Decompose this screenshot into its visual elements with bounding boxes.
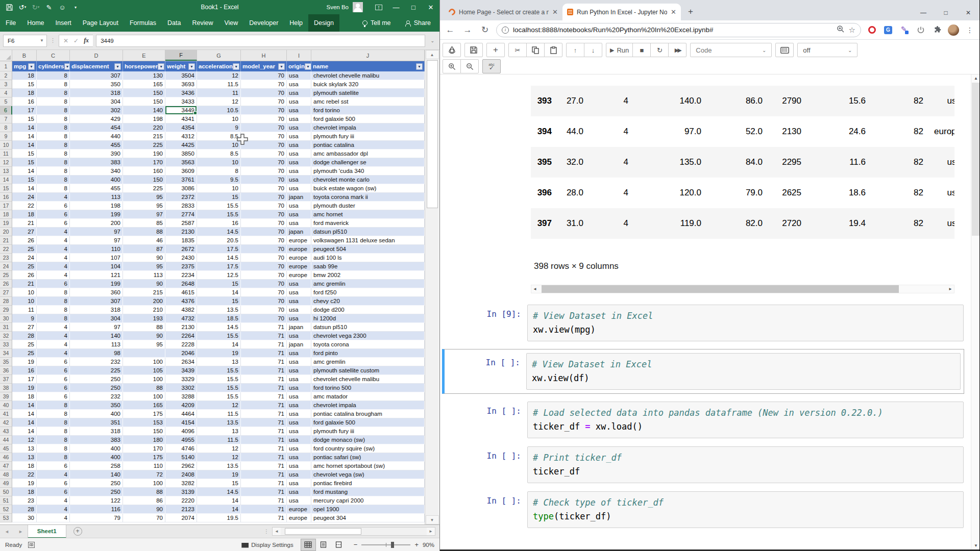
- cell[interactable]: 8: [37, 453, 70, 462]
- cell[interactable]: usa: [287, 158, 311, 167]
- cell[interactable]: chevrolet monte carlo: [311, 176, 425, 184]
- cell[interactable]: toyota corona mark ii: [311, 193, 425, 202]
- cell[interactable]: 90: [123, 280, 165, 288]
- filter-header-weight[interactable]: weight▼: [165, 61, 197, 71]
- filter-header-horsepower[interactable]: horsepower▼: [123, 61, 165, 71]
- filter-dropdown-icon[interactable]: ▼: [233, 63, 239, 70]
- cell[interactable]: 351: [70, 418, 123, 427]
- browser-maximize-button[interactable]: □: [935, 5, 957, 20]
- url-text[interactable]: localhost:8888/notebooks/Run%20Python%20…: [513, 26, 832, 34]
- cell[interactable]: 10: [12, 288, 37, 297]
- cell[interactable]: 97: [70, 228, 123, 236]
- cell[interactable]: 113: [70, 340, 123, 349]
- cell[interactable]: 2234: [165, 271, 197, 280]
- pen-mode-icon[interactable]: ✎: [45, 3, 53, 11]
- cell[interactable]: 4: [37, 271, 70, 280]
- cell[interactable]: 12: [197, 71, 241, 80]
- cell[interactable]: amc matador: [311, 392, 425, 401]
- filter-dropdown-icon[interactable]: ▼: [305, 63, 311, 70]
- cell[interactable]: 6: [37, 384, 70, 392]
- new-tab-button[interactable]: +: [684, 5, 697, 18]
- cell[interactable]: 70: [241, 228, 287, 236]
- cell[interactable]: 2375: [165, 262, 197, 271]
- row-header-26[interactable]: 26: [0, 280, 12, 288]
- sheet-nav-right-icon[interactable]: ►: [14, 529, 28, 534]
- cell[interactable]: 11.5: [197, 410, 241, 418]
- ribbon-tab-review[interactable]: Review: [186, 14, 218, 32]
- cell[interactable]: 13: [197, 427, 241, 436]
- cell[interactable]: 71: [241, 375, 287, 384]
- cell[interactable]: 98: [70, 349, 123, 358]
- column-header-B[interactable]: B: [12, 50, 37, 61]
- cell[interactable]: 71: [241, 427, 287, 436]
- cell[interactable]: 8: [37, 427, 70, 436]
- cell[interactable]: chevrolet impala: [311, 401, 425, 410]
- cell[interactable]: 250: [70, 384, 123, 392]
- output-hscroll-thumb[interactable]: [542, 285, 899, 293]
- cell[interactable]: usa: [287, 210, 311, 219]
- cell[interactable]: 13.5: [197, 418, 241, 427]
- filter-dropdown-icon[interactable]: ▼: [416, 63, 423, 70]
- cell[interactable]: 15: [197, 280, 241, 288]
- cell[interactable]: usa: [287, 167, 311, 176]
- row-header-15[interactable]: 15: [0, 184, 12, 193]
- cell[interactable]: 455: [70, 141, 123, 149]
- excel-minimize-button[interactable]: —: [387, 0, 405, 14]
- formula-bar-expand-icon[interactable]: ⌄: [428, 38, 436, 43]
- cell[interactable]: 6: [37, 479, 70, 488]
- feedback-smiley-icon[interactable]: ☺: [58, 3, 66, 11]
- cell[interactable]: usa: [287, 358, 311, 366]
- cell[interactable]: hi 1200d: [311, 314, 425, 323]
- cell[interactable]: 2774: [165, 210, 197, 219]
- cell[interactable]: 210: [123, 306, 165, 314]
- cell[interactable]: 250: [70, 488, 123, 496]
- cell[interactable]: 302: [70, 106, 123, 115]
- cell[interactable]: buick estate wagon (sw): [311, 184, 425, 193]
- cell[interactable]: usa: [287, 453, 311, 462]
- cell[interactable]: 28: [12, 505, 37, 514]
- cell[interactable]: 2264: [165, 332, 197, 340]
- filter-dropdown-icon[interactable]: ▼: [28, 63, 35, 70]
- row-header-43[interactable]: 43: [0, 427, 12, 436]
- run-cell-button[interactable]: ▶Run: [606, 43, 633, 57]
- row-header-21[interactable]: 21: [0, 236, 12, 245]
- page-layout-view-button[interactable]: [316, 539, 331, 551]
- cell[interactable]: 70: [241, 306, 287, 314]
- cell[interactable]: 4341: [165, 115, 197, 123]
- cell[interactable]: 199: [70, 210, 123, 219]
- cell[interactable]: 165: [123, 401, 165, 410]
- cell[interactable]: datsun pl510: [311, 323, 425, 332]
- cell[interactable]: 46: [123, 236, 165, 245]
- row-header-50[interactable]: 50: [0, 488, 12, 496]
- filter-dropdown-icon[interactable]: ▼: [114, 63, 121, 70]
- cell[interactable]: 4464: [165, 410, 197, 418]
- cell[interactable]: 4096: [165, 427, 197, 436]
- cell[interactable]: 24: [12, 193, 37, 202]
- cell[interactable]: 22: [12, 202, 37, 210]
- cell[interactable]: 3302: [165, 384, 197, 392]
- spellcheck-icon[interactable]: abc✓: [482, 59, 501, 73]
- save-notebook-icon[interactable]: [464, 43, 483, 57]
- cell[interactable]: 8: [37, 288, 70, 297]
- cell[interactable]: europe: [287, 254, 311, 262]
- row-header-52[interactable]: 52: [0, 505, 12, 514]
- filter-header-mpg[interactable]: mpg▼: [12, 61, 37, 71]
- cell[interactable]: 8: [37, 149, 70, 158]
- cell[interactable]: 429: [70, 115, 123, 123]
- browser-menu-icon[interactable]: ⋮: [964, 24, 975, 36]
- cell[interactable]: 71: [241, 505, 287, 514]
- code-cell[interactable]: In [ ]:# Print ticker_dfticker_df: [445, 446, 964, 484]
- cell[interactable]: 18: [12, 89, 37, 97]
- row-header-33[interactable]: 33: [0, 340, 12, 349]
- cell[interactable]: 18: [12, 392, 37, 401]
- cell[interactable]: europe: [287, 514, 311, 522]
- cell[interactable]: usa: [287, 132, 311, 141]
- cell[interactable]: japan: [287, 340, 311, 349]
- filter-header-origin[interactable]: origin▼: [287, 61, 311, 71]
- cell[interactable]: 71: [241, 358, 287, 366]
- cell[interactable]: 100: [123, 375, 165, 384]
- filter-dropdown-icon[interactable]: ▼: [188, 63, 195, 70]
- row-header-34[interactable]: 34: [0, 349, 12, 358]
- cell[interactable]: japan: [287, 228, 311, 236]
- tab-close-icon[interactable]: ✕: [671, 8, 676, 16]
